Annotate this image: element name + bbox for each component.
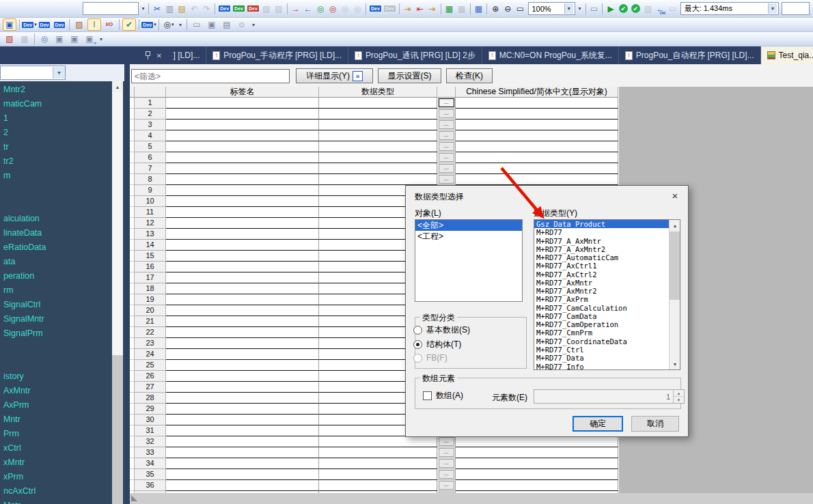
- datatype-item[interactable]: M+RD77_Data: [534, 354, 670, 362]
- tab-5[interactable]: ↕ProgPou_自动程序 [PRG] [LD]...: [619, 46, 761, 64]
- device-memory-icon[interactable]: Dev: [38, 18, 51, 31]
- display-target-cell[interactable]: [456, 120, 618, 130]
- label-name-cell[interactable]: [166, 109, 319, 120]
- tab-6[interactable]: Test_qia...: [761, 46, 813, 64]
- undo-icon[interactable]: ↶: [189, 3, 199, 15]
- row-indicator-cell[interactable]: [130, 240, 135, 251]
- row-number-cell[interactable]: 18: [135, 283, 166, 294]
- row-indicator-cell[interactable]: [130, 305, 135, 316]
- display-target-cell[interactable]: [456, 458, 618, 469]
- datatype-browse-button[interactable]: ...: [439, 481, 454, 490]
- datatype-browse-button[interactable]: ...: [439, 459, 454, 468]
- display-target-cell[interactable]: [456, 174, 618, 185]
- row-number-cell[interactable]: 19: [135, 294, 166, 305]
- io-assign-icon[interactable]: I/O: [102, 18, 116, 31]
- row-indicator-cell[interactable]: [130, 229, 135, 240]
- run-icon[interactable]: ▶: [605, 3, 616, 15]
- device-comment-icon[interactable]: Dev▾: [23, 18, 36, 31]
- detail-display-button[interactable]: 详细显示(Y) »: [296, 68, 373, 83]
- row-number-cell[interactable]: 8: [135, 174, 166, 185]
- pane-splitter[interactable]: [124, 64, 130, 504]
- sidebar-item-Prm[interactable]: Prm: [3, 429, 19, 441]
- jump-back-icon[interactable]: ←: [303, 3, 314, 15]
- search-ng-icon[interactable]: ◎: [327, 3, 338, 15]
- datatype-browse-button[interactable]: ...: [439, 153, 454, 162]
- datatype-item[interactable]: M+RD77_CmnPrm: [534, 328, 670, 337]
- scroll-up-icon[interactable]: ▲: [112, 81, 123, 92]
- row-indicator-cell[interactable]: [130, 382, 135, 393]
- label-name-cell[interactable]: [166, 349, 319, 360]
- scroll-up-icon[interactable]: ▲: [670, 220, 680, 231]
- sidebar-item-ncAxCtrl[interactable]: ncAxCtrl: [3, 486, 36, 499]
- display-target-cell[interactable]: [456, 152, 618, 163]
- datatype-item[interactable]: M+RD77_CamCalculation: [534, 304, 670, 312]
- row-number-cell[interactable]: 4: [135, 130, 166, 141]
- row-number-cell[interactable]: 35: [135, 469, 166, 480]
- win-a-icon[interactable]: ▣: [53, 33, 66, 45]
- row-indicator-cell[interactable]: [130, 251, 135, 262]
- data-type-cell[interactable]: [319, 130, 437, 141]
- data-type-cell[interactable]: [319, 120, 437, 130]
- row-number-cell[interactable]: 31: [135, 425, 166, 436]
- chevron-down-icon[interactable]: ▼: [768, 3, 777, 14]
- device-batch-icon[interactable]: Dev: [53, 18, 66, 31]
- object-item-<全部>[interactable]: <全部>: [415, 220, 522, 231]
- row-number-cell[interactable]: 11: [135, 207, 166, 218]
- datatype-item[interactable]: M+RD77_AxMntr: [534, 279, 670, 287]
- convert-check2-icon[interactable]: ✔: [630, 3, 641, 15]
- search-gray1-icon[interactable]: ◎: [340, 3, 350, 15]
- type-option-2[interactable]: 结构体(T): [413, 339, 461, 350]
- row-number-cell[interactable]: 27: [135, 382, 166, 393]
- copy-icon[interactable]: ▥: [164, 3, 175, 15]
- ok-jump-icon[interactable]: ←OK: [654, 3, 665, 15]
- monitor-tool-icon[interactable]: ▧: [3, 33, 16, 45]
- row-number-cell[interactable]: 29: [135, 404, 166, 415]
- label-name-cell[interactable]: [166, 338, 319, 349]
- sidebar-item-Mntr[interactable]: Mntr: [3, 415, 20, 427]
- row-indicator-cell[interactable]: [130, 283, 135, 294]
- row-number-cell[interactable]: 7: [135, 163, 166, 174]
- row-number-cell[interactable]: 32: [135, 436, 166, 447]
- sidebar-item-AxMntr[interactable]: AxMntr: [3, 386, 31, 398]
- watch-window3-icon[interactable]: ▤: [220, 18, 234, 31]
- data-type-cell[interactable]: [319, 480, 437, 491]
- datatype-item[interactable]: M+RD77_AxCtrl2: [534, 270, 670, 279]
- data-type-cell[interactable]: [319, 469, 437, 480]
- row-indicator-cell[interactable]: [130, 338, 135, 349]
- row-number-cell[interactable]: 5: [135, 141, 166, 152]
- row-number-cell[interactable]: 20: [135, 305, 166, 316]
- row-indicator-cell[interactable]: [130, 425, 135, 436]
- row-indicator-cell[interactable]: [130, 436, 135, 447]
- data-type-cell[interactable]: [319, 141, 437, 152]
- paste-icon[interactable]: ▤: [176, 3, 187, 15]
- sidebar-item-1[interactable]: 1: [3, 113, 8, 126]
- label-name-cell[interactable]: [166, 436, 319, 447]
- search-gray2-icon[interactable]: ◎: [352, 3, 363, 15]
- label-name-cell[interactable]: [166, 196, 319, 207]
- sidebar-item-maticCam[interactable]: maticCam: [3, 99, 42, 111]
- scroll-down-icon[interactable]: ▼: [670, 359, 680, 369]
- display-target-cell[interactable]: [456, 436, 618, 447]
- datatype-item[interactable]: M+RD77_AxCtrl1: [534, 262, 670, 270]
- toolbar-overflow-icon[interactable]: ▾: [141, 5, 146, 12]
- sidebar-item-xPrm[interactable]: xPrm: [3, 472, 23, 484]
- row-number-cell[interactable]: 15: [135, 251, 166, 262]
- label-editor-icon[interactable]: I: [87, 18, 101, 31]
- row-indicator-cell[interactable]: [130, 130, 135, 141]
- device-gray2-icon[interactable]: ▨: [273, 3, 284, 15]
- label-name-cell[interactable]: [166, 130, 319, 141]
- monitor-gray-icon[interactable]: ▥: [642, 3, 653, 15]
- network-view-icon[interactable]: ▦: [443, 3, 454, 15]
- row-indicator-cell[interactable]: [130, 207, 135, 218]
- data-type-cell[interactable]: [319, 163, 437, 174]
- row-indicator-cell[interactable]: [130, 458, 135, 469]
- row-number-cell[interactable]: 33: [135, 447, 166, 458]
- sidebar-item-SignalPrm[interactable]: SignalPrm: [3, 328, 43, 341]
- label-name-cell[interactable]: [166, 371, 319, 382]
- data-type-cell[interactable]: [319, 436, 437, 447]
- spinner-buttons[interactable]: ▲▼: [673, 390, 684, 403]
- convert-check1-icon[interactable]: ✔: [618, 3, 629, 15]
- display-settings-button[interactable]: 显示设置(S): [378, 68, 441, 83]
- row-number-cell[interactable]: 6: [135, 152, 166, 163]
- scan-time-combo[interactable]: 最大: 1.434ms▼: [680, 2, 779, 15]
